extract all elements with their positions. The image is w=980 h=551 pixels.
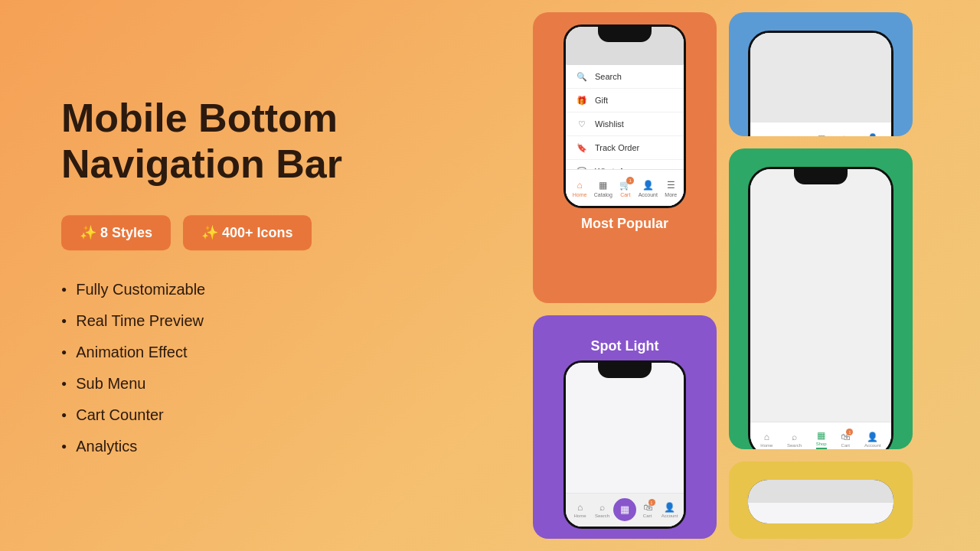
nav-account: 👤 Account: [639, 180, 658, 197]
search-icon: 🔍: [577, 71, 587, 82]
spot-home-icon: ⌂: [577, 502, 583, 513]
hl-nav-cart: 🛍1 Cart: [841, 432, 850, 448]
menu-search: 🔍 Search: [566, 65, 684, 89]
nav-bar-highlight: ⌂ Home ⌕ Search ▦ Shop 🛍1: [750, 422, 891, 449]
menu-wishlist: ♡ Wishlist: [566, 112, 684, 136]
feature-realtime: Real Time Preview: [61, 312, 383, 330]
most-popular-label: Most Popular: [581, 216, 668, 232]
phone-screen-3: ⌂ Home ⌕ Search ▦ Shop 🛍1: [750, 169, 891, 449]
spot-shop-icon: ▦: [620, 504, 629, 515]
card-highlight: ⌂ Home ⌕ Search ▦ Shop 🛍1: [729, 148, 913, 449]
f-home-icon: ⌂: [764, 134, 769, 137]
feature-animation: Animation Effect: [61, 344, 383, 361]
nav-bar-spotlight: ⌂ Home ⌕ Search ▦ 🛍: [566, 493, 684, 527]
cart-icon: 🛒 1: [619, 180, 631, 191]
phone-screen-2: ⌂ Home ⌕ Search ▦ 🛍: [566, 363, 684, 527]
f-cart-icon: 🛍: [841, 134, 850, 137]
hl-search-icon: ⌕: [792, 432, 797, 442]
phone-notch-1: [598, 27, 652, 42]
f-nav-cart: 🛍 Cart: [841, 134, 850, 137]
column-left: 🔍 Search 🎁 Gift ♡ Wishlist 🔖: [533, 12, 717, 539]
spot-cart-icon: 🛍1: [643, 502, 652, 513]
f-shop-icon: ▦: [818, 133, 825, 136]
card-fifth: ⌂ ⌕ ▦ 🛍 👤: [729, 461, 913, 539]
hl-nav-shop-active: ▦ Shop: [816, 430, 827, 449]
menu-gift: 🎁 Gift: [566, 89, 684, 112]
phone-fourth: ⌂ Home ⌕ Search ▦ Shop 🛍: [748, 31, 893, 136]
nav-more: ☰ More: [665, 180, 677, 197]
phone-highlight: ⌂ Home ⌕ Search ▦ Shop 🛍1: [748, 167, 893, 449]
menu-trackorder: 🔖 Track Order: [566, 136, 684, 160]
hl-nav-search: ⌕ Search: [787, 432, 802, 448]
fifth-notch-area: [748, 480, 893, 503]
f-nav-shop: ▦ Shop: [816, 133, 827, 136]
spot-nav-account: 👤 Account: [658, 502, 681, 518]
cart-counter-badge: 1: [626, 177, 634, 184]
left-panel: Mobile Bottom Navigation Bar ✨ 8 Styles …: [61, 96, 383, 455]
spotlight-label: Spot Light: [591, 338, 659, 354]
feature-submenu: Sub Menu: [61, 375, 383, 393]
card-most-popular: 🔍 Search 🎁 Gift ♡ Wishlist 🔖: [533, 12, 717, 303]
hl-home-icon: ⌂: [764, 432, 769, 442]
fourth-content: [750, 33, 891, 122]
spot-nav-search: ⌕ Search: [591, 502, 613, 518]
nav-catalog: ▦ Catalog: [594, 180, 612, 197]
nav-bar-fourth: ⌂ Home ⌕ Search ▦ Shop 🛍: [750, 122, 891, 136]
menu-whatsapp: 💬 WhatsApp: [566, 160, 684, 169]
f-nav-account: 👤 Account: [864, 133, 881, 136]
nav-home: ⌂ Home: [573, 180, 587, 197]
hl-shop-icon: ▦: [817, 430, 825, 441]
phone-notch-2: [598, 363, 652, 378]
phone-screen-4: ⌂ Home ⌕ Search ▦ Shop 🛍: [750, 33, 891, 136]
f-search-icon: ⌕: [792, 134, 797, 137]
right-panel: 🔍 Search 🎁 Gift ♡ Wishlist 🔖: [521, 0, 980, 551]
heart-icon: ♡: [577, 119, 587, 129]
highlight-content: [750, 169, 891, 422]
spot-account-icon: 👤: [664, 502, 675, 513]
home-icon: ⌂: [577, 180, 582, 191]
f-account-icon: 👤: [867, 133, 878, 136]
column-right: ⌂ Home ⌕ Search ▦ Shop 🛍: [729, 12, 913, 539]
more-icon: ☰: [667, 180, 675, 191]
nav-cart: 🛒 1 Cart: [619, 180, 631, 197]
main-title: Mobile Bottom Navigation Bar: [61, 96, 383, 187]
nav-bar-most-popular: ⌂ Home ▦ Catalog 🛒 1 Cart: [566, 169, 684, 206]
spotlight-content: [566, 363, 684, 493]
fifth-content: [748, 503, 893, 523]
feature-customizable: Fully Customizable: [61, 281, 383, 298]
catalog-icon: ▦: [599, 180, 607, 191]
spot-active-circle: ▦: [613, 498, 636, 521]
icons-badge[interactable]: ✨ 400+ Icons: [183, 215, 312, 250]
phone-spotlight: ⌂ Home ⌕ Search ▦ 🛍: [564, 360, 686, 529]
feature-analytics: Analytics: [61, 438, 383, 455]
spot-nav-shop-active: ▦: [613, 498, 636, 523]
phone-most-popular: 🔍 Search 🎁 Gift ♡ Wishlist 🔖: [564, 24, 686, 208]
styles-badge[interactable]: ✨ 8 Styles: [61, 215, 171, 250]
badges-row: ✨ 8 Styles ✨ 400+ Icons: [61, 215, 383, 250]
f-nav-home: ⌂ Home: [760, 134, 773, 137]
hl-cart-icon: 🛍1: [841, 432, 850, 442]
feature-cart: Cart Counter: [61, 406, 383, 424]
spot-nav-home: ⌂ Home: [569, 502, 591, 518]
f-nav-search: ⌕ Search: [787, 134, 802, 137]
spot-nav-cart: 🛍1 Cart: [636, 502, 658, 518]
hl-nav-home: ⌂ Home: [760, 432, 773, 448]
phone-screen-1: 🔍 Search 🎁 Gift ♡ Wishlist 🔖: [566, 27, 684, 206]
phone-notch-3: [794, 169, 848, 184]
hl-account-icon: 👤: [867, 432, 878, 442]
card-spotlight: Spot Light ⌂ Home ⌕ Search: [533, 315, 717, 539]
spot-search-icon: ⌕: [599, 502, 605, 513]
card-fourth: ⌂ Home ⌕ Search ▦ Shop 🛍: [729, 12, 913, 136]
phone-fifth: ⌂ ⌕ ▦ 🛍 👤: [748, 480, 893, 523]
features-list: Fully Customizable Real Time Preview Ani…: [61, 281, 383, 455]
account-icon: 👤: [642, 180, 654, 191]
hl-nav-account: 👤 Account: [864, 432, 881, 448]
gift-icon: 🎁: [577, 95, 587, 106]
track-icon: 🔖: [577, 142, 587, 153]
